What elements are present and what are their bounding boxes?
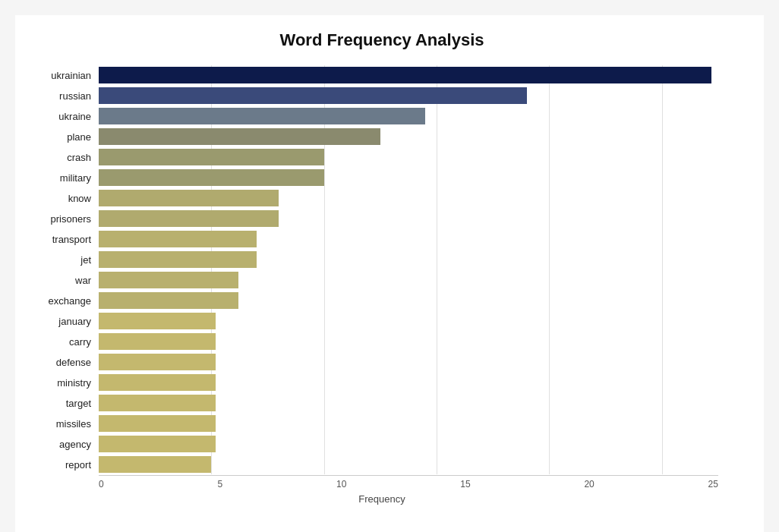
bar-label: ministry [30, 377, 99, 389]
bar-row: russian [99, 86, 718, 105]
bar-row: ukraine [99, 106, 718, 126]
bar-row: january [99, 311, 718, 331]
bar-fill [99, 210, 279, 227]
bar-fill [99, 251, 257, 268]
bar-fill [99, 333, 216, 350]
bar-row: crash [99, 147, 718, 167]
bar-row: know [99, 188, 718, 208]
bar-label: russian [30, 90, 99, 102]
bar-fill [99, 87, 527, 104]
bar-label: exchange [30, 295, 99, 307]
bar-fill [99, 456, 211, 473]
bar-label: jet [30, 254, 99, 266]
x-tick-value: 20 [584, 479, 594, 490]
bar-fill [99, 169, 324, 186]
bar-label: report [30, 459, 99, 471]
bar-row: carry [99, 332, 718, 351]
bar-label: plane [30, 131, 99, 143]
bars-section: ukrainianrussianukraineplanecrashmilitar… [99, 65, 718, 474]
bar-fill [99, 128, 380, 145]
bar-label: prisoners [30, 213, 99, 225]
bar-row: ministry [99, 373, 718, 392]
bar-row: target [99, 393, 718, 413]
bar-row: prisoners [99, 209, 718, 228]
bar-fill [99, 374, 216, 391]
bar-label: january [30, 316, 99, 327]
bar-row: agency [99, 434, 718, 454]
bar-fill [99, 292, 238, 309]
bar-label: carry [30, 336, 99, 348]
bar-row: plane [99, 127, 718, 146]
x-tick-value: 0 [99, 479, 104, 490]
chart-title: Word Frequency Analysis [30, 30, 733, 50]
x-tick-value: 25 [708, 479, 718, 490]
bar-label: ukrainian [30, 70, 99, 81]
bar-fill [99, 272, 238, 288]
bar-row: war [99, 270, 718, 290]
bar-row: jet [99, 250, 718, 269]
bar-row: transport [99, 229, 718, 249]
bar-fill [99, 313, 216, 329]
bar-label: know [30, 193, 99, 204]
bar-fill [99, 354, 216, 370]
bar-label: transport [30, 234, 99, 245]
bar-label: crash [30, 152, 99, 163]
x-tick-value: 10 [336, 479, 346, 490]
bar-label: target [30, 398, 99, 409]
bar-fill [99, 436, 216, 452]
bar-fill [99, 231, 257, 247]
bar-fill [99, 108, 425, 124]
bar-fill [99, 395, 216, 411]
bar-label: ukraine [30, 111, 99, 122]
x-tick-value: 5 [218, 479, 223, 490]
bar-row: defense [99, 352, 718, 372]
bar-row: missiles [99, 414, 718, 433]
x-axis-title: Frequency [30, 493, 733, 505]
x-tick-value: 15 [460, 479, 470, 490]
x-axis: 0510152025 [99, 475, 718, 490]
bar-label: war [30, 275, 99, 286]
chart-container: Word Frequency Analysis ukrainianrussian… [15, 15, 764, 532]
bar-fill [99, 67, 711, 83]
bar-rows: ukrainianrussianukraineplanecrashmilitar… [99, 65, 718, 474]
bar-row: report [99, 455, 718, 474]
bar-label: agency [30, 439, 99, 450]
bar-fill [99, 415, 216, 432]
bar-fill [99, 149, 324, 165]
bar-label: military [30, 172, 99, 184]
bar-row: military [99, 168, 718, 187]
bar-label: missiles [30, 418, 99, 430]
bar-row: ukrainian [99, 65, 718, 85]
bar-label: defense [30, 357, 99, 368]
bar-fill [99, 190, 279, 206]
bar-row: exchange [99, 291, 718, 310]
x-tick-labels: 0510152025 [99, 479, 718, 490]
